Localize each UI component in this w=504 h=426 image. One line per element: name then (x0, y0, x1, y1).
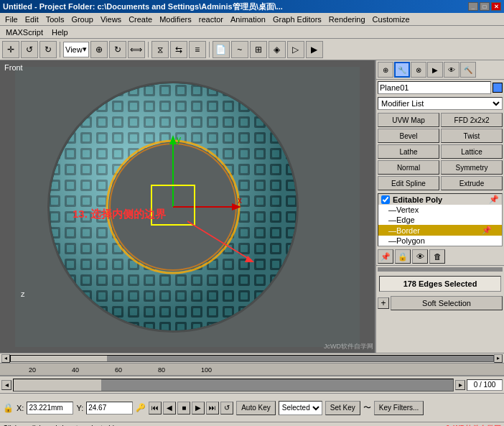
menu-maxscript[interactable]: MAXScript (1, 27, 47, 37)
auto-key-button[interactable]: Auto Key (236, 401, 276, 415)
undo-button[interactable]: ↺ (21, 41, 38, 58)
viewport-label: Front (4, 63, 23, 72)
mod-uvwmap-button[interactable]: UVW Map (378, 113, 439, 127)
scroll-right-arrow[interactable]: ▸ (494, 354, 503, 363)
panel-tab-icons: ⊕ 🔧 ⊗ ▶ 👁 🔨 (376, 60, 504, 80)
object-name-input[interactable] (378, 81, 491, 94)
soft-selection-expand-button[interactable]: + (378, 297, 389, 309)
prev-frame-button[interactable]: ◂ (1, 380, 11, 390)
next-frame-button[interactable]: ▸ (455, 380, 465, 390)
key-filters-button[interactable]: Key Filters... (374, 401, 424, 415)
window-title: Untitled - Project Folder: c:\Documents … (3, 1, 468, 12)
set-key-button[interactable]: Set Key (325, 401, 360, 415)
stack-item-vertex[interactable]: — Vertex (378, 205, 502, 215)
maximize-button[interactable]: □ (480, 2, 490, 11)
mod-bevel-button[interactable]: Bevel (378, 129, 439, 143)
menu-create[interactable]: Create (125, 14, 156, 24)
animation-mode-select[interactable]: Selected All None (279, 401, 322, 415)
hierarchy-tab-icon[interactable]: ⊗ (411, 62, 426, 78)
prev-key-button[interactable]: ⏮ (149, 402, 162, 415)
modifier-list-dropdown[interactable]: Modifier List (378, 97, 503, 110)
menu-group[interactable]: Group (67, 14, 97, 24)
lock-icon[interactable]: 🔒 (3, 403, 14, 413)
menu-graph-editors[interactable]: Graph Editors (269, 14, 325, 24)
stack-enable-checkbox[interactable] (381, 195, 390, 204)
mod-extrude-button[interactable]: Extrude (441, 176, 503, 190)
svg-text:y: y (177, 134, 181, 144)
timeline-slider[interactable] (13, 379, 454, 392)
stack-pin-button[interactable]: 📌 (378, 249, 393, 264)
quick-render-button[interactable]: ▶ (306, 41, 323, 58)
select-tool-button[interactable]: ✛ (2, 41, 19, 58)
layer-manager-button[interactable]: 📄 (213, 41, 230, 58)
scroll-thumb (11, 356, 107, 361)
play-forward-button[interactable]: ▶ (192, 402, 205, 415)
menu-customize[interactable]: Customize (369, 14, 414, 24)
viewport-canvas[interactable]: y x 13. 选择内侧的边界 (0, 60, 375, 353)
viewport-svg: y x 13. 选择内侧的边界 (15, 67, 360, 347)
stack-item-edge-dash: — (388, 216, 396, 224)
stack-delete-button[interactable]: 🗑 (429, 249, 445, 264)
mod-twist-button[interactable]: Twist (441, 129, 503, 143)
stack-item-edge[interactable]: — Edge (378, 215, 502, 225)
stack-item-polygon[interactable]: — Polygon (378, 236, 502, 246)
menu-modifiers[interactable]: Modifiers (156, 14, 195, 24)
mod-lattice-button[interactable]: Lattice (441, 144, 503, 159)
mod-lathe-button[interactable]: Lathe (378, 144, 439, 159)
menu-edit[interactable]: Edit (22, 14, 42, 24)
mirror-button[interactable]: ⇆ (170, 41, 187, 58)
svg-text:13. 选择内侧的边界: 13. 选择内侧的边界 (73, 208, 167, 220)
y-coord-input[interactable] (86, 402, 133, 415)
menu-animation[interactable]: Animation (227, 14, 269, 24)
mod-normal-button[interactable]: Normal (378, 160, 439, 175)
scroll-left-arrow[interactable]: ◂ (1, 354, 10, 363)
view-dropdown[interactable]: View▾ (63, 42, 89, 57)
window-controls[interactable]: _ □ ✕ (468, 2, 501, 11)
loop-button[interactable]: ↺ (220, 402, 233, 415)
menu-reactor[interactable]: reactor (195, 14, 227, 24)
next-key-button[interactable]: ⏭ (206, 402, 219, 415)
minimize-button[interactable]: _ (468, 2, 478, 11)
stack-show-button[interactable]: 👁 (412, 249, 428, 264)
align-button[interactable]: ≡ (189, 41, 206, 58)
motion-tab-icon[interactable]: ▶ (427, 62, 443, 78)
stop-button[interactable]: ■ (177, 402, 190, 415)
scale-button[interactable]: ⟺ (128, 41, 145, 58)
snap-toggle-button[interactable]: ⧖ (151, 41, 169, 58)
mod-symmetry-button[interactable]: Symmetry (441, 160, 503, 175)
x-coord-input[interactable] (27, 402, 73, 415)
schematic-button[interactable]: ⊞ (250, 41, 267, 58)
modify-tab-icon active[interactable]: 🔧 (394, 62, 410, 78)
move-button[interactable]: ⊕ (90, 41, 108, 58)
menu-tools[interactable]: Tools (42, 14, 68, 24)
mod-editspline-button[interactable]: Edit Spline (378, 176, 439, 190)
mod-ffd-button[interactable]: FFD 2x2x2 (441, 113, 503, 127)
key-icon: 🔑 (136, 403, 146, 412)
render-button[interactable]: ▷ (287, 41, 304, 58)
watermark-text: JcWD软件自学网 (445, 424, 501, 427)
display-tab-icon[interactable]: 👁 (444, 62, 459, 78)
redo-button[interactable]: ↻ (39, 41, 57, 58)
stack-lock-button[interactable]: 🔒 (395, 249, 411, 264)
viewport[interactable]: Front (0, 60, 375, 353)
soft-selection-button[interactable]: Soft Selection (391, 296, 503, 310)
scroll-track[interactable] (10, 355, 494, 362)
curve-editor-button[interactable]: ~ (231, 41, 248, 58)
menu-file[interactable]: File (1, 14, 22, 24)
play-backward-button[interactable]: ◀ (163, 402, 176, 415)
close-button[interactable]: ✕ (491, 2, 501, 11)
stack-item-border[interactable]: — Border 📌 (378, 225, 502, 236)
frame-counter[interactable]: 0 / 100 (467, 379, 503, 391)
stack-item-edge-label: Edge (396, 216, 415, 224)
stack-item-border-label: Border (396, 226, 420, 235)
object-color-swatch[interactable] (493, 83, 503, 93)
viewport-hscroll[interactable]: ◂ ▸ (0, 353, 504, 363)
utilities-tab-icon[interactable]: 🔨 (460, 62, 476, 78)
menu-rendering[interactable]: Rendering (325, 14, 369, 24)
menu-views[interactable]: Views (97, 14, 125, 24)
create-tab-icon[interactable]: ⊕ (378, 62, 393, 78)
panel-scrollbar[interactable] (378, 267, 503, 272)
menu-help[interactable]: Help (47, 27, 73, 37)
material-editor-button[interactable]: ◈ (269, 41, 286, 58)
rotate-button[interactable]: ↻ (109, 41, 126, 58)
